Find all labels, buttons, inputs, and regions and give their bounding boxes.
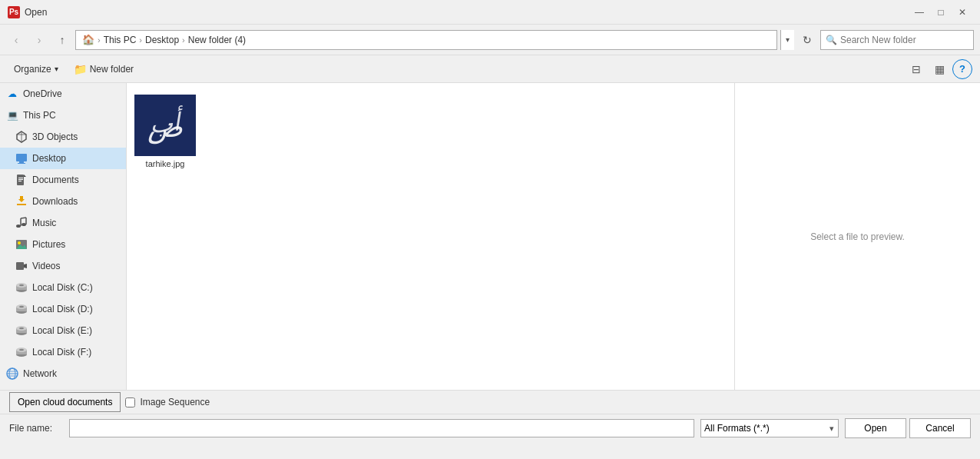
open-cloud-button[interactable]: Open cloud documents bbox=[9, 392, 121, 412]
action-buttons: Open Cancel bbox=[845, 418, 971, 438]
onedrive-icon: ☁ bbox=[6, 88, 18, 100]
svg-rect-10 bbox=[18, 181, 22, 181]
svg-point-26 bbox=[19, 284, 24, 286]
downloads-icon bbox=[15, 195, 28, 208]
search-bar[interactable]: 🔍 bbox=[820, 30, 974, 50]
window-title: Open bbox=[25, 7, 909, 18]
localc-icon bbox=[15, 281, 28, 294]
search-input[interactable] bbox=[840, 35, 968, 45]
file-list: ض أب tarhike.jpg bbox=[127, 83, 734, 390]
sidebar-label-locald: Local Disk (D:) bbox=[32, 304, 93, 314]
forward-button[interactable]: › bbox=[29, 30, 49, 50]
localf-icon bbox=[15, 346, 28, 358]
pictures-icon bbox=[15, 238, 28, 251]
sidebar-item-localc[interactable]: Local Disk (C:) bbox=[0, 277, 126, 298]
refresh-button[interactable]: ↻ bbox=[797, 30, 817, 50]
address-part-folder[interactable]: New folder (4) bbox=[188, 35, 246, 45]
file-item-tarhike[interactable]: ض أب tarhike.jpg bbox=[134, 91, 196, 172]
sidebar-label-3dobjects: 3D Objects bbox=[32, 131, 78, 142]
sidebar-label-videos: Videos bbox=[32, 261, 60, 271]
svg-rect-11 bbox=[17, 204, 26, 205]
svg-rect-21 bbox=[16, 262, 24, 270]
up-button[interactable]: ↑ bbox=[52, 30, 72, 50]
view-toggle-icon: ▦ bbox=[935, 63, 945, 75]
preview-empty-text: Select a file to preview. bbox=[810, 231, 905, 242]
maximize-button[interactable]: □ bbox=[931, 5, 951, 20]
sidebar-item-locale[interactable]: Local Disk (E:) bbox=[0, 320, 126, 341]
svg-rect-5 bbox=[18, 163, 25, 164]
sidebar-label-localc: Local Disk (C:) bbox=[32, 282, 93, 293]
open-button[interactable]: Open bbox=[845, 418, 906, 438]
sidebar-label-music: Music bbox=[32, 218, 56, 228]
svg-point-30 bbox=[19, 306, 24, 308]
svg-marker-22 bbox=[24, 264, 27, 268]
format-select[interactable]: All Formats (*.*) JPEG (*.jpg;*.jpeg) PN… bbox=[700, 419, 839, 437]
svg-rect-9 bbox=[18, 179, 23, 180]
help-button[interactable]: ? bbox=[952, 59, 972, 79]
new-folder-button[interactable]: 📁 New folder bbox=[68, 59, 140, 79]
sidebar-item-onedrive[interactable]: ☁ OneDrive bbox=[0, 83, 126, 105]
view-icon: ⊟ bbox=[912, 63, 921, 75]
svg-marker-12 bbox=[18, 196, 25, 202]
desktop-icon bbox=[15, 152, 28, 165]
address-home-icon: 🏠 bbox=[82, 34, 94, 45]
sidebar-item-documents[interactable]: Documents bbox=[0, 169, 126, 191]
sidebar-item-thispc[interactable]: 💻 This PC bbox=[0, 105, 126, 126]
organize-button[interactable]: Organize ▾ bbox=[8, 59, 65, 79]
new-folder-icon: 📁 bbox=[74, 63, 87, 75]
sidebar-label-onedrive: OneDrive bbox=[23, 88, 62, 99]
back-button[interactable]: ‹ bbox=[6, 30, 26, 50]
cloud-btn-label: Open cloud documents bbox=[18, 397, 112, 407]
documents-icon bbox=[15, 174, 28, 186]
svg-rect-3 bbox=[16, 154, 27, 161]
sidebar-item-network[interactable]: Network bbox=[0, 363, 126, 384]
locald-icon bbox=[15, 303, 28, 315]
sidebar-label-network: Network bbox=[23, 368, 57, 379]
file-thumbnail-tarhike: ض أب bbox=[134, 95, 196, 156]
organize-label: Organize bbox=[14, 64, 51, 75]
sidebar-item-3dobjects[interactable]: 3D Objects bbox=[0, 126, 126, 148]
organize-dropdown-icon: ▾ bbox=[55, 65, 58, 73]
navigation-bar: ‹ › ↑ 🏠 › This PC › Desktop › New folder… bbox=[0, 25, 980, 55]
sidebar-item-videos[interactable]: Videos bbox=[0, 255, 126, 277]
sidebar-item-music[interactable]: Music bbox=[0, 212, 126, 234]
sidebar-item-downloads[interactable]: Downloads bbox=[0, 191, 126, 212]
format-select-wrapper: All Formats (*.*) JPEG (*.jpg;*.jpeg) PN… bbox=[700, 419, 839, 437]
filename-label: File name: bbox=[9, 423, 63, 434]
sidebar-label-desktop: Desktop bbox=[32, 153, 66, 164]
sidebar-label-documents: Documents bbox=[32, 175, 79, 185]
locale-icon bbox=[15, 324, 28, 337]
svg-point-19 bbox=[18, 241, 21, 244]
image-sequence-checkbox[interactable] bbox=[125, 397, 135, 407]
address-dropdown-button[interactable]: ▾ bbox=[780, 30, 794, 50]
new-folder-label: New folder bbox=[90, 64, 134, 75]
cancel-button[interactable]: Cancel bbox=[909, 418, 971, 438]
address-part-thispc[interactable]: This PC bbox=[104, 35, 137, 45]
sidebar-label-locale: Local Disk (E:) bbox=[32, 325, 92, 336]
sidebar-item-locald[interactable]: Local Disk (D:) bbox=[0, 298, 126, 320]
sidebar-item-desktop[interactable]: Desktop bbox=[0, 148, 126, 169]
preview-pane: Select a file to preview. bbox=[734, 83, 980, 390]
image-sequence-text: Image Sequence bbox=[140, 397, 210, 407]
minimize-button[interactable]: — bbox=[909, 5, 929, 20]
address-part-desktop[interactable]: Desktop bbox=[145, 35, 179, 45]
sidebar-label-thispc: This PC bbox=[23, 110, 56, 121]
svg-marker-7 bbox=[24, 175, 26, 177]
sidebar-item-localf[interactable]: Local Disk (F:) bbox=[0, 341, 126, 363]
view-options-button[interactable]: ⊟ bbox=[906, 59, 926, 79]
svg-point-14 bbox=[22, 223, 26, 226]
filename-input[interactable] bbox=[69, 419, 694, 437]
svg-line-17 bbox=[21, 218, 26, 218]
music-icon bbox=[15, 217, 28, 229]
view-toggle-button[interactable]: ▦ bbox=[929, 59, 949, 79]
cancel-btn-label: Cancel bbox=[925, 423, 954, 434]
sidebar-label-localf: Local Disk (F:) bbox=[32, 347, 91, 358]
svg-point-13 bbox=[16, 225, 21, 228]
image-sequence-label[interactable]: Image Sequence bbox=[125, 397, 210, 407]
title-bar: Ps Open — □ ✕ bbox=[0, 0, 980, 25]
close-button[interactable]: ✕ bbox=[952, 5, 972, 20]
network-icon bbox=[6, 368, 18, 380]
content-area: ض أب tarhike.jpg Select a file to previe… bbox=[127, 83, 980, 390]
sidebar-item-pictures[interactable]: Pictures bbox=[0, 234, 126, 255]
address-bar[interactable]: 🏠 › This PC › Desktop › New folder (4) bbox=[75, 30, 777, 50]
